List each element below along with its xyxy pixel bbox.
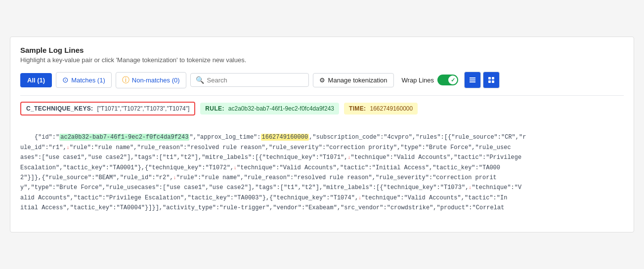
svg-rect-2 (470, 81, 475, 82)
grid-view-button[interactable] (483, 72, 500, 88)
main-container: Sample Log Lines Highlight a key-value p… (10, 37, 634, 232)
log-rest1: ,"subscription_code":"4cvpro","rules":[{… (309, 134, 526, 141)
matches-filter-button[interactable]: ⊙ Matches (1) (56, 72, 112, 88)
svg-rect-1 (470, 79, 475, 80)
log-line3: ases":["use case1","use case2"],"tags":[… (20, 154, 521, 161)
log-content: {"id":"ac2a0b32-bab7-46f1-9ec2-f0fc4da9f… (20, 122, 624, 223)
grid-icon (487, 76, 495, 84)
all-filter-button[interactable]: All (1) (20, 73, 52, 87)
search-icon: 🔍 (196, 76, 204, 84)
rule-tag: RULE: ac2a0b32-bab7-46f1-9ec2-f0fc4da9f2… (200, 103, 339, 115)
log-line2: ule_id":"r1",↓"rule":"rule name","rule_r… (20, 144, 511, 151)
wrap-lines-toggle[interactable] (437, 75, 458, 85)
log-line6: y","type":"Brute Force","rule_usecases":… (20, 184, 521, 191)
svg-rect-0 (470, 77, 475, 78)
nonmatches-filter-button[interactable]: ⓘ Non-matches (0) (116, 72, 186, 88)
search-box: 🔍 (190, 73, 309, 87)
log-id-highlight: ac2a0b32-bab7-46f1-9ec2-f0fc4da9f243 (59, 134, 189, 141)
log-line5: 2"}]},{"rule_source":"BEAM","rule_id":"r… (20, 174, 497, 181)
check-icon: ⊙ (62, 76, 69, 84)
svg-rect-6 (492, 80, 494, 83)
panel-title: Sample Log Lines (20, 46, 624, 54)
gear-icon: ⚙ (319, 77, 325, 84)
log-time-highlight: 1662749160000 (261, 134, 309, 141)
warning-icon: ⓘ (122, 76, 129, 85)
log-prefix: {"id":" (35, 134, 59, 141)
log-line7: alid Accounts","tactic":"Privilege Escal… (20, 194, 507, 201)
toolbar: All (1) ⊙ Matches (1) ⓘ Non-matches (0) … (20, 72, 624, 88)
log-line8: itial Access","tactic_key":"TA0004"}]}],… (20, 204, 504, 211)
tag-row: C_TECHNIQUE_KEYS: ["T1071","T1072","T107… (20, 102, 624, 115)
svg-rect-3 (488, 77, 491, 79)
svg-rect-4 (492, 77, 494, 79)
wrap-lines-control: Wrap Lines (402, 75, 459, 85)
list-icon (469, 76, 476, 84)
manage-tokenization-button[interactable]: ⚙ Manage tokenization (313, 73, 394, 87)
search-input[interactable] (207, 77, 303, 84)
svg-rect-5 (488, 80, 491, 83)
log-after-id: ","approx_log_time": (189, 134, 260, 141)
technique-keys-tag: C_TECHNIQUE_KEYS: ["T1071","T1072","T107… (20, 102, 195, 115)
log-line4: Escalation","tactic_key":"TA0001"},{"tec… (20, 164, 500, 171)
toggle-knob (448, 76, 457, 84)
list-view-button[interactable] (464, 72, 481, 88)
view-buttons (464, 72, 500, 88)
divider (20, 95, 624, 96)
time-tag: TIME: 1662749160000 (344, 103, 418, 115)
panel-subtitle: Highlight a key-value pair or click 'Man… (20, 56, 624, 64)
